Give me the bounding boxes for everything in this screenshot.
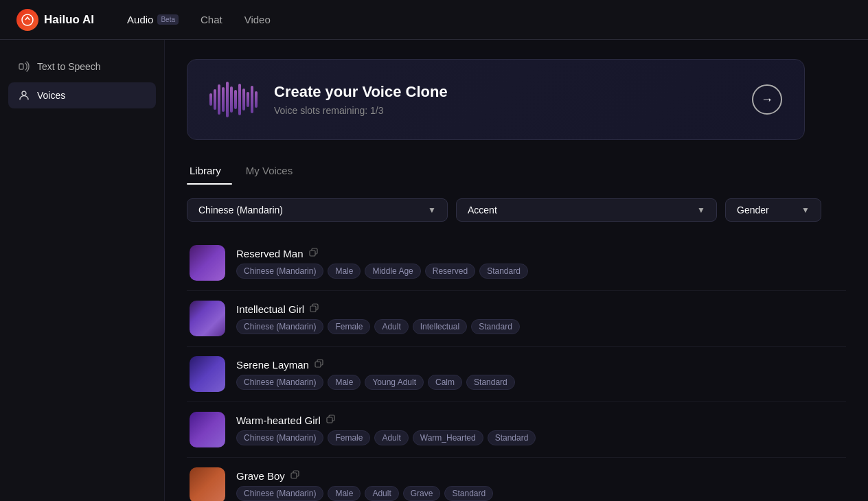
logo: Hailuo AI: [16, 9, 94, 31]
accent-filter-value: Accent: [468, 205, 497, 215]
svg-rect-1: [19, 64, 23, 69]
svg-rect-7: [291, 473, 297, 478]
logo-text: Hailuo AI: [44, 13, 94, 27]
voice-avatar: [190, 301, 225, 336]
voice-tag: Calm: [428, 375, 462, 390]
language-filter[interactable]: Chinese (Mandarin) ▼: [187, 198, 448, 222]
chevron-down-icon: ▼: [697, 205, 705, 215]
nav-chat[interactable]: Chat: [201, 11, 222, 28]
main-content: Create your Voice Clone Voice slots rema…: [165, 40, 868, 501]
voice-tag: Young Adult: [365, 375, 424, 390]
voice-list: Reserved ManChinese (Mandarin)MaleMiddle…: [187, 235, 846, 501]
main-layout: Text to Speech Voices: [0, 40, 868, 501]
voice-tag: Middle Age: [365, 264, 420, 279]
voice-tag: Male: [328, 264, 361, 279]
voice-avatar: [190, 356, 225, 392]
voice-row[interactable]: Reserved ManChinese (Mandarin)MaleMiddle…: [187, 235, 846, 291]
voice-tag: Chinese (Mandarin): [236, 430, 323, 445]
logo-icon: [16, 9, 38, 31]
voice-avatar: [190, 412, 225, 447]
library-tabs: Library My Voices: [187, 159, 846, 185]
voice-avatar: [190, 467, 225, 501]
voice-tag: Chinese (Mandarin): [236, 486, 323, 501]
voice-tag: Warm_Hearted: [413, 430, 483, 445]
voice-tag: Reserved: [425, 264, 475, 279]
banner-subtitle: Voice slots remaining: 1/3: [274, 105, 735, 116]
voice-name: Reserved Man: [236, 248, 304, 259]
voice-tag: Chinese (Mandarin): [236, 319, 323, 334]
voice-name: Warm-hearted Girl: [236, 415, 321, 426]
voice-tag: Adult: [374, 319, 408, 334]
voice-name: Grave Boy: [236, 470, 285, 482]
voice-tag: Standard: [471, 319, 520, 334]
copy-icon[interactable]: [315, 359, 323, 370]
nav-audio[interactable]: Audio Beta: [127, 11, 179, 28]
voice-name: Serene Layman: [236, 359, 309, 371]
chevron-down-icon: ▼: [428, 205, 436, 215]
voice-tag: Adult: [374, 430, 408, 445]
banner-text: Create your Voice Clone Voice slots rema…: [274, 83, 735, 116]
beta-badge: Beta: [157, 14, 179, 25]
voice-tag: Chinese (Mandarin): [236, 375, 323, 390]
sidebar-item-tts[interactable]: Text to Speech: [8, 54, 156, 80]
topnav: Hailuo AI Audio Beta Chat Video: [0, 0, 868, 40]
svg-point-2: [22, 91, 26, 95]
svg-rect-5: [315, 362, 321, 367]
voice-name: Intellectual Girl: [236, 303, 304, 315]
voice-row[interactable]: Warm-hearted GirlChinese (Mandarin)Femal…: [187, 402, 846, 458]
svg-rect-6: [327, 417, 332, 423]
sidebar: Text to Speech Voices: [0, 40, 165, 501]
voice-tag: Male: [328, 375, 361, 390]
voice-avatar: [190, 245, 225, 281]
copy-icon[interactable]: [310, 303, 319, 314]
voice-tag: Grave: [403, 486, 441, 501]
copy-icon[interactable]: [290, 470, 299, 481]
accent-filter[interactable]: Accent ▼: [456, 198, 717, 222]
voices-icon: [18, 89, 30, 102]
voice-tag: Adult: [365, 486, 398, 501]
voice-row[interactable]: Grave BoyChinese (Mandarin)MaleAdultGrav…: [187, 458, 846, 501]
voice-tag: Standard: [466, 375, 515, 390]
language-filter-value: Chinese (Mandarin): [198, 205, 283, 215]
gender-filter[interactable]: Gender ▼: [725, 198, 821, 222]
voice-row[interactable]: Serene LaymanChinese (Mandarin)MaleYoung…: [187, 347, 846, 402]
svg-rect-3: [310, 250, 315, 256]
voice-tag: Standard: [488, 430, 536, 445]
copy-icon[interactable]: [326, 415, 335, 426]
voice-tag: Intellectual: [413, 319, 467, 334]
copy-icon[interactable]: [309, 248, 318, 259]
voice-tag: Standard: [444, 486, 493, 501]
voice-tag: Male: [328, 486, 361, 501]
gender-filter-value: Gender: [737, 205, 769, 215]
sidebar-label-tts: Text to Speech: [37, 61, 101, 72]
tab-my-voices[interactable]: My Voices: [243, 159, 304, 185]
banner-title: Create your Voice Clone: [274, 83, 735, 101]
voice-row[interactable]: Intellectual GirlChinese (Mandarin)Femal…: [187, 291, 846, 347]
voice-tag: Female: [328, 430, 370, 445]
filters-row: Chinese (Mandarin) ▼ Accent ▼ Gender ▼: [187, 198, 846, 222]
banner-arrow-button[interactable]: →: [752, 84, 782, 115]
speech-icon: [18, 60, 30, 73]
voice-tag: Standard: [479, 264, 528, 279]
sidebar-label-voices: Voices: [37, 90, 65, 101]
voice-clone-banner[interactable]: Create your Voice Clone Voice slots rema…: [187, 59, 805, 140]
nav-video[interactable]: Video: [244, 11, 271, 28]
waveform-icon: [209, 79, 258, 120]
voice-tag: Chinese (Mandarin): [236, 264, 323, 279]
svg-point-0: [22, 14, 33, 25]
tab-library[interactable]: Library: [187, 159, 232, 185]
voice-tag: Female: [328, 319, 370, 334]
svg-rect-4: [310, 306, 316, 312]
sidebar-item-voices[interactable]: Voices: [8, 82, 156, 108]
chevron-down-icon: ▼: [801, 205, 810, 215]
